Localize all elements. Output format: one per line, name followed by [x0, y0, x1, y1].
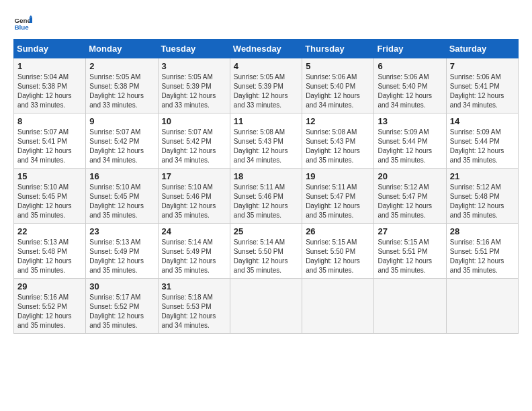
weekday-header-thursday: Thursday [302, 40, 374, 58]
calendar-cell: 6Sunrise: 5:06 AMSunset: 5:40 PMDaylight… [374, 58, 446, 113]
day-number: 1 [17, 61, 82, 71]
calendar-week-row: 29Sunrise: 5:16 AMSunset: 5:52 PMDayligh… [14, 279, 519, 334]
calendar-cell: 29Sunrise: 5:16 AMSunset: 5:52 PMDayligh… [14, 279, 86, 334]
day-info: Sunrise: 5:09 AMSunset: 5:44 PMDaylight:… [378, 128, 432, 164]
day-number: 17 [162, 171, 226, 181]
day-info: Sunrise: 5:16 AMSunset: 5:52 PMDaylight:… [17, 293, 72, 329]
day-info: Sunrise: 5:15 AMSunset: 5:50 PMDaylight:… [306, 238, 360, 274]
day-number: 12 [306, 116, 370, 126]
calendar-cell: 19Sunrise: 5:11 AMSunset: 5:47 PMDayligh… [302, 169, 374, 224]
calendar-cell: 9Sunrise: 5:07 AMSunset: 5:42 PMDaylight… [86, 113, 158, 169]
day-info: Sunrise: 5:12 AMSunset: 5:47 PMDaylight:… [378, 183, 432, 219]
calendar-cell: 14Sunrise: 5:09 AMSunset: 5:44 PMDayligh… [446, 113, 518, 169]
calendar-cell: 4Sunrise: 5:05 AMSunset: 5:39 PMDaylight… [230, 58, 302, 113]
calendar-cell: 21Sunrise: 5:12 AMSunset: 5:48 PMDayligh… [446, 169, 518, 224]
calendar-cell: 30Sunrise: 5:17 AMSunset: 5:52 PMDayligh… [86, 279, 158, 334]
calendar-cell: 15Sunrise: 5:10 AMSunset: 5:45 PMDayligh… [14, 169, 86, 224]
day-info: Sunrise: 5:18 AMSunset: 5:53 PMDaylight:… [162, 293, 216, 329]
calendar-week-row: 22Sunrise: 5:13 AMSunset: 5:48 PMDayligh… [14, 224, 519, 279]
day-info: Sunrise: 5:05 AMSunset: 5:39 PMDaylight:… [234, 73, 288, 109]
day-info: Sunrise: 5:07 AMSunset: 5:41 PMDaylight:… [17, 128, 72, 164]
weekday-header-saturday: Saturday [446, 40, 518, 58]
day-number: 16 [89, 171, 154, 181]
day-info: Sunrise: 5:17 AMSunset: 5:52 PMDaylight:… [89, 293, 144, 329]
day-number: 15 [17, 171, 82, 181]
day-number: 20 [378, 171, 442, 181]
day-info: Sunrise: 5:14 AMSunset: 5:49 PMDaylight:… [162, 238, 216, 274]
calendar-cell: 5Sunrise: 5:06 AMSunset: 5:40 PMDaylight… [302, 58, 374, 113]
calendar-cell: 18Sunrise: 5:11 AMSunset: 5:46 PMDayligh… [230, 169, 302, 224]
calendar-header: SundayMondayTuesdayWednesdayThursdayFrid… [14, 40, 519, 58]
day-info: Sunrise: 5:06 AMSunset: 5:41 PMDaylight:… [450, 73, 504, 109]
day-number: 18 [234, 171, 298, 181]
day-info: Sunrise: 5:11 AMSunset: 5:46 PMDaylight:… [234, 183, 288, 219]
day-number: 5 [306, 61, 370, 71]
day-number: 26 [306, 226, 370, 236]
day-info: Sunrise: 5:06 AMSunset: 5:40 PMDaylight:… [378, 73, 432, 109]
day-number: 8 [17, 116, 82, 126]
calendar-cell: 2Sunrise: 5:05 AMSunset: 5:38 PMDaylight… [86, 58, 158, 113]
calendar-table: SundayMondayTuesdayWednesdayThursdayFrid… [13, 39, 519, 334]
day-info: Sunrise: 5:04 AMSunset: 5:38 PMDaylight:… [17, 73, 72, 109]
calendar-cell [446, 279, 518, 334]
logo-icon: General Blue [13, 13, 32, 32]
calendar-week-row: 8Sunrise: 5:07 AMSunset: 5:41 PMDaylight… [14, 113, 519, 169]
calendar-cell: 10Sunrise: 5:07 AMSunset: 5:42 PMDayligh… [158, 113, 230, 169]
day-number: 31 [162, 281, 226, 291]
weekday-header-tuesday: Tuesday [158, 40, 230, 58]
logo: General Blue [13, 13, 35, 32]
day-number: 28 [450, 226, 515, 236]
day-info: Sunrise: 5:10 AMSunset: 5:45 PMDaylight:… [17, 183, 72, 219]
calendar-cell [302, 279, 374, 334]
day-number: 2 [89, 61, 154, 71]
day-number: 10 [162, 116, 226, 126]
day-number: 25 [234, 226, 298, 236]
calendar-cell: 11Sunrise: 5:08 AMSunset: 5:43 PMDayligh… [230, 113, 302, 169]
calendar-week-row: 1Sunrise: 5:04 AMSunset: 5:38 PMDaylight… [14, 58, 519, 113]
calendar-body: 1Sunrise: 5:04 AMSunset: 5:38 PMDaylight… [14, 58, 519, 334]
calendar-cell: 25Sunrise: 5:14 AMSunset: 5:50 PMDayligh… [230, 224, 302, 279]
calendar-week-row: 15Sunrise: 5:10 AMSunset: 5:45 PMDayligh… [14, 169, 519, 224]
day-info: Sunrise: 5:13 AMSunset: 5:48 PMDaylight:… [17, 238, 72, 274]
calendar-cell [374, 279, 446, 334]
day-info: Sunrise: 5:07 AMSunset: 5:42 PMDaylight:… [89, 128, 144, 164]
day-info: Sunrise: 5:16 AMSunset: 5:51 PMDaylight:… [450, 238, 504, 274]
calendar-cell: 23Sunrise: 5:13 AMSunset: 5:49 PMDayligh… [86, 224, 158, 279]
day-info: Sunrise: 5:14 AMSunset: 5:50 PMDaylight:… [234, 238, 288, 274]
day-info: Sunrise: 5:11 AMSunset: 5:47 PMDaylight:… [306, 183, 360, 219]
day-info: Sunrise: 5:08 AMSunset: 5:43 PMDaylight:… [234, 128, 288, 164]
calendar-cell: 28Sunrise: 5:16 AMSunset: 5:51 PMDayligh… [446, 224, 518, 279]
svg-marker-3 [30, 15, 32, 17]
calendar-cell: 1Sunrise: 5:04 AMSunset: 5:38 PMDaylight… [14, 58, 86, 113]
weekday-header-friday: Friday [374, 40, 446, 58]
day-info: Sunrise: 5:07 AMSunset: 5:42 PMDaylight:… [162, 128, 216, 164]
weekday-header-monday: Monday [86, 40, 158, 58]
day-number: 22 [17, 226, 82, 236]
day-info: Sunrise: 5:08 AMSunset: 5:43 PMDaylight:… [306, 128, 360, 164]
day-number: 7 [450, 61, 515, 71]
day-number: 3 [162, 61, 226, 71]
day-number: 9 [89, 116, 154, 126]
day-info: Sunrise: 5:06 AMSunset: 5:40 PMDaylight:… [306, 73, 360, 109]
calendar-cell: 27Sunrise: 5:15 AMSunset: 5:51 PMDayligh… [374, 224, 446, 279]
day-info: Sunrise: 5:13 AMSunset: 5:49 PMDaylight:… [89, 238, 144, 274]
calendar-cell: 31Sunrise: 5:18 AMSunset: 5:53 PMDayligh… [158, 279, 230, 334]
day-number: 21 [450, 171, 515, 181]
svg-text:Blue: Blue [14, 24, 29, 31]
calendar-cell: 3Sunrise: 5:05 AMSunset: 5:39 PMDaylight… [158, 58, 230, 113]
calendar-cell [230, 279, 302, 334]
day-info: Sunrise: 5:10 AMSunset: 5:45 PMDaylight:… [89, 183, 144, 219]
day-info: Sunrise: 5:10 AMSunset: 5:46 PMDaylight:… [162, 183, 216, 219]
calendar-cell: 7Sunrise: 5:06 AMSunset: 5:41 PMDaylight… [446, 58, 518, 113]
day-number: 23 [89, 226, 154, 236]
day-number: 24 [162, 226, 226, 236]
day-info: Sunrise: 5:05 AMSunset: 5:38 PMDaylight:… [89, 73, 144, 109]
day-number: 6 [378, 61, 442, 71]
day-number: 13 [378, 116, 442, 126]
page-header: General Blue [13, 13, 519, 32]
weekday-header-wednesday: Wednesday [230, 40, 302, 58]
calendar-cell: 12Sunrise: 5:08 AMSunset: 5:43 PMDayligh… [302, 113, 374, 169]
calendar-cell: 20Sunrise: 5:12 AMSunset: 5:47 PMDayligh… [374, 169, 446, 224]
calendar-cell: 13Sunrise: 5:09 AMSunset: 5:44 PMDayligh… [374, 113, 446, 169]
day-number: 27 [378, 226, 442, 236]
